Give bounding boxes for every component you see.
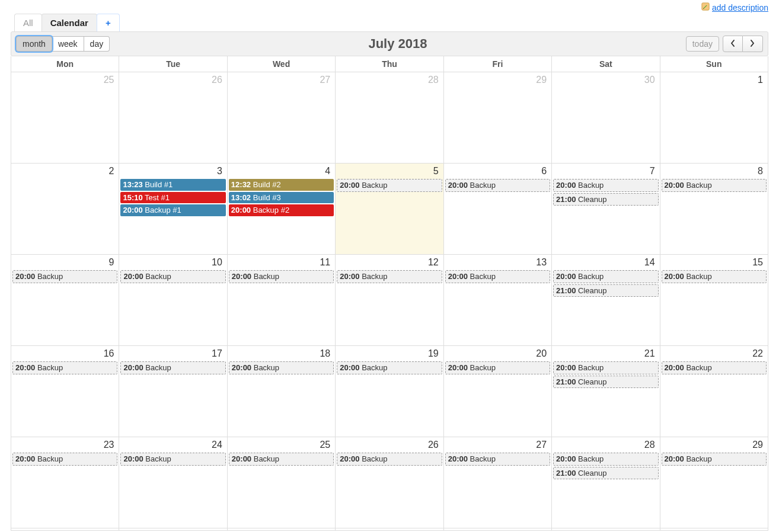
- calendar-cell[interactable]: [444, 528, 552, 531]
- event-time: 12:32: [231, 180, 251, 189]
- add-description-link[interactable]: add description: [701, 2, 768, 12]
- calendar-event[interactable]: 20:00 Backup: [662, 270, 767, 283]
- calendar-cell[interactable]: 2020:00 Backup: [444, 346, 552, 437]
- calendar-cell[interactable]: 2: [11, 164, 119, 255]
- calendar-cell[interactable]: 2420:00 Backup: [119, 437, 227, 528]
- calendar-event[interactable]: 20:00 Backup: [337, 361, 442, 374]
- next-button[interactable]: [743, 36, 763, 52]
- calendar-cell[interactable]: 2820:00 Backup21:00 Cleanup: [552, 437, 660, 528]
- calendar-cell[interactable]: 29: [444, 72, 552, 164]
- prev-button[interactable]: [723, 36, 743, 52]
- calendar-cell[interactable]: 1720:00 Backup: [119, 346, 227, 437]
- add-description-text: add description: [712, 3, 768, 12]
- calendar-event[interactable]: 20:00 Backup: [553, 270, 658, 283]
- calendar-toolbar: month week day July 2018 today: [11, 31, 768, 56]
- calendar-cell[interactable]: 520:00 Backup: [336, 164, 443, 255]
- calendar-cell[interactable]: 920:00 Backup: [11, 255, 119, 346]
- calendar-cell[interactable]: 1920:00 Backup: [336, 346, 443, 437]
- event-label: Backup: [470, 363, 496, 372]
- calendar-event[interactable]: 20:00 Backup: [12, 453, 117, 466]
- tab-add[interactable]: +: [97, 14, 120, 31]
- tab-all[interactable]: All: [14, 14, 42, 31]
- event-label: Backup: [362, 454, 387, 463]
- calendar-cell[interactable]: 2620:00 Backup: [336, 437, 443, 528]
- calendar-cell[interactable]: 28: [336, 72, 443, 164]
- view-month-button[interactable]: month: [16, 36, 52, 52]
- calendar-event[interactable]: 21:00 Cleanup: [553, 193, 658, 206]
- calendar-event[interactable]: 20:00 Backup: [120, 453, 225, 466]
- calendar-event[interactable]: 20:00 Backup: [445, 453, 550, 466]
- calendar-cell[interactable]: 820:00 Backup: [660, 164, 768, 255]
- calendar-event[interactable]: 13:23 Build #1: [120, 179, 225, 191]
- calendar-cell[interactable]: [119, 528, 227, 531]
- calendar-cell[interactable]: 25: [11, 72, 119, 164]
- calendar-cell[interactable]: 1120:00 Backup: [228, 255, 336, 346]
- calendar-event[interactable]: 20:00 Backup: [553, 453, 658, 466]
- calendar-cell[interactable]: [228, 528, 336, 531]
- calendar-cell[interactable]: 720:00 Backup21:00 Cleanup: [552, 164, 660, 255]
- calendar-event[interactable]: 20:00 Backup: [229, 361, 334, 374]
- calendar-event[interactable]: 20:00 Backup #1: [120, 204, 225, 216]
- calendar-cell[interactable]: [336, 528, 443, 531]
- event-label: Backup: [686, 181, 711, 190]
- calendar-cell[interactable]: 2920:00 Backup: [660, 437, 768, 528]
- calendar-cell[interactable]: 313:23 Build #115:10 Test #120:00 Backup…: [119, 164, 227, 255]
- calendar-cell[interactable]: 1620:00 Backup: [11, 346, 119, 437]
- calendar-event[interactable]: 21:00 Cleanup: [553, 467, 658, 480]
- calendar-event[interactable]: 20:00 Backup: [553, 361, 658, 374]
- calendar-cell[interactable]: 26: [119, 72, 227, 164]
- calendar-event[interactable]: 20:00 Backup: [120, 270, 225, 283]
- calendar-cell[interactable]: 2120:00 Backup21:00 Cleanup: [552, 346, 660, 437]
- tab-calendar[interactable]: Calendar: [41, 14, 97, 31]
- calendar-event[interactable]: 20:00 Backup #2: [229, 204, 334, 216]
- calendar-cell[interactable]: 1020:00 Backup: [119, 255, 227, 346]
- calendar-cell[interactable]: [660, 528, 768, 531]
- event-label: Backup: [254, 272, 279, 281]
- calendar-event[interactable]: 20:00 Backup: [445, 270, 550, 283]
- calendar-event[interactable]: 20:00 Backup: [662, 453, 767, 466]
- calendar-cell[interactable]: 412:32 Build #213:02 Build #320:00 Backu…: [228, 164, 336, 255]
- calendar-cell[interactable]: 30: [552, 72, 660, 164]
- calendar-event[interactable]: 21:00 Cleanup: [553, 284, 658, 297]
- calendar-cell[interactable]: 27: [228, 72, 336, 164]
- calendar-event[interactable]: 20:00 Backup: [120, 361, 225, 374]
- event-label: Cleanup: [578, 286, 606, 295]
- calendar-event[interactable]: 21:00 Cleanup: [553, 376, 658, 389]
- day-number: 28: [428, 75, 439, 85]
- calendar-event[interactable]: 20:00 Backup: [12, 270, 117, 283]
- event-label: Backup: [37, 454, 63, 463]
- calendar-cell[interactable]: 1320:00 Backup: [444, 255, 552, 346]
- calendar-event[interactable]: 20:00 Backup: [662, 361, 767, 374]
- event-time: 20:00: [665, 454, 684, 463]
- calendar-event[interactable]: 13:02 Build #3: [229, 192, 334, 204]
- calendar-event[interactable]: 20:00 Backup: [337, 270, 442, 283]
- calendar-event[interactable]: 20:00 Backup: [229, 270, 334, 283]
- calendar-cell[interactable]: 1420:00 Backup21:00 Cleanup: [552, 255, 660, 346]
- calendar-cell[interactable]: 1520:00 Backup: [660, 255, 768, 346]
- view-week-button[interactable]: week: [52, 36, 84, 52]
- calendar-event[interactable]: 20:00 Backup: [337, 453, 442, 466]
- calendar-event[interactable]: 20:00 Backup: [553, 179, 658, 192]
- today-button[interactable]: today: [686, 36, 719, 52]
- calendar-cell[interactable]: 2320:00 Backup: [11, 437, 119, 528]
- calendar-cell[interactable]: 2720:00 Backup: [444, 437, 552, 528]
- calendar-event[interactable]: 20:00 Backup: [229, 453, 334, 466]
- calendar-event[interactable]: 20:00 Backup: [12, 361, 117, 374]
- calendar-cell[interactable]: 1220:00 Backup: [336, 255, 443, 346]
- calendar-cell[interactable]: 2520:00 Backup: [228, 437, 336, 528]
- calendar-event[interactable]: 15:10 Test #1: [120, 192, 225, 204]
- calendar-cell[interactable]: 1820:00 Backup: [228, 346, 336, 437]
- calendar-event[interactable]: 20:00 Backup: [662, 179, 767, 192]
- calendar-cell[interactable]: 1: [660, 72, 768, 164]
- calendar-event[interactable]: 12:32 Build #2: [229, 179, 334, 191]
- calendar-cell[interactable]: [11, 528, 119, 531]
- view-day-button[interactable]: day: [84, 36, 110, 52]
- calendar-cell[interactable]: 2220:00 Backup: [660, 346, 768, 437]
- calendar-event[interactable]: 20:00 Backup: [445, 179, 550, 192]
- calendar-cell[interactable]: 620:00 Backup: [444, 164, 552, 255]
- calendar-cell[interactable]: [552, 528, 660, 531]
- calendar-event[interactable]: 20:00 Backup: [445, 361, 550, 374]
- calendar-grid: MonTueWedThuFriSatSun 25262728293012313:…: [11, 56, 768, 531]
- calendar-event[interactable]: 20:00 Backup: [337, 179, 442, 192]
- day-number: 16: [104, 348, 114, 359]
